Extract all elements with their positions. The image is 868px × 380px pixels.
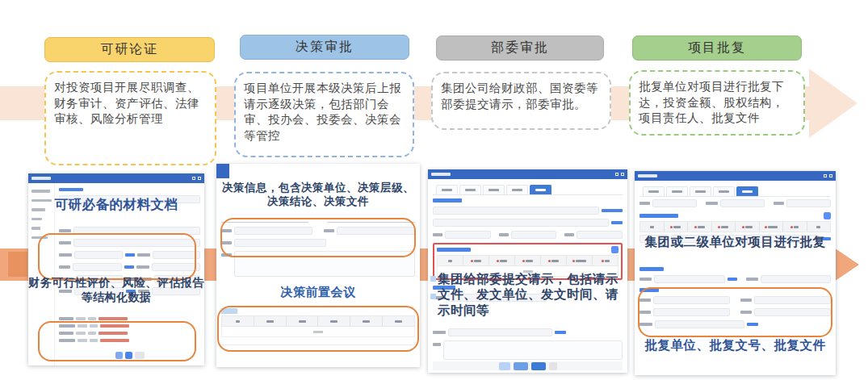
- value-text: [78, 324, 87, 328]
- add-button[interactable]: [221, 308, 237, 314]
- input-field[interactable]: [234, 239, 326, 247]
- input-field[interactable]: [73, 263, 122, 271]
- field-label: [639, 202, 650, 205]
- page-button[interactable]: [115, 352, 123, 359]
- textarea-field[interactable]: [234, 251, 415, 277]
- field-label: [137, 253, 150, 257]
- input-field[interactable]: [654, 275, 725, 283]
- field-label: [59, 332, 73, 335]
- value-text: [88, 317, 96, 320]
- checkbox-icon[interactable]: [430, 276, 436, 282]
- input-field[interactable]: [337, 227, 415, 235]
- input-field[interactable]: [577, 231, 623, 239]
- action-button[interactable]: [499, 362, 510, 370]
- spacer: [740, 278, 744, 279]
- window-titlebar: [28, 173, 204, 183]
- form-row: [221, 239, 326, 247]
- screenshot-approval-window: 集团或二级单位对项目进行批复 批复单位、批复文号、批复文件: [635, 171, 836, 375]
- tab-active[interactable]: [736, 186, 758, 196]
- column-header: [287, 316, 319, 326]
- input-field[interactable]: [754, 308, 831, 316]
- maximize-icon[interactable]: [615, 173, 619, 176]
- action-button[interactable]: [549, 362, 557, 370]
- field-label: [706, 202, 718, 205]
- input-field[interactable]: [448, 328, 552, 336]
- underline-input[interactable]: [221, 216, 308, 223]
- column-header: [489, 256, 515, 265]
- tab[interactable]: [666, 186, 688, 196]
- link-text[interactable]: [728, 278, 737, 281]
- input-field[interactable]: [433, 207, 599, 215]
- input-field[interactable]: [761, 275, 832, 283]
- input-field[interactable]: [445, 231, 491, 239]
- red-link-text[interactable]: [100, 324, 129, 328]
- form-row: [433, 231, 623, 239]
- red-link-text[interactable]: [99, 317, 128, 320]
- input-field[interactable]: [152, 263, 201, 271]
- tab[interactable]: [690, 186, 711, 196]
- maximize-icon[interactable]: [192, 177, 195, 180]
- page-size-select[interactable]: [135, 352, 145, 359]
- column-header: [541, 256, 567, 265]
- form-row: [59, 339, 200, 342]
- checkbox-icon[interactable]: [430, 294, 436, 299]
- input-field[interactable]: [720, 199, 765, 207]
- input-field[interactable]: [511, 231, 557, 239]
- link-text[interactable]: [555, 331, 566, 334]
- input-field[interactable]: [73, 239, 200, 247]
- add-icon[interactable]: [824, 212, 831, 219]
- section-title-text: [437, 248, 471, 252]
- sidebar-item[interactable]: [31, 190, 50, 193]
- stage-desc-feasibility: 对投资项目开展尽职调查、财务审计、资产评估、法律审核、风险分析管理: [44, 71, 216, 165]
- sidebar-item[interactable]: [31, 227, 40, 230]
- link-text[interactable]: [747, 323, 758, 326]
- field-label: [433, 331, 446, 334]
- field-label: [221, 241, 232, 244]
- input-field[interactable]: [653, 308, 730, 316]
- input-field[interactable]: [754, 296, 831, 304]
- input-field[interactable]: [433, 219, 609, 227]
- add-icon[interactable]: [611, 246, 619, 253]
- field-label: [59, 229, 71, 232]
- sidebar-item[interactable]: [31, 236, 48, 240]
- form-row: [433, 207, 623, 215]
- form-row: [221, 227, 415, 235]
- close-icon[interactable]: [829, 174, 832, 177]
- input-field[interactable]: [652, 199, 697, 207]
- tab[interactable]: [506, 185, 528, 194]
- link-text[interactable]: [602, 209, 623, 212]
- tab[interactable]: [483, 185, 505, 194]
- close-icon[interactable]: [198, 177, 201, 180]
- input-field[interactable]: [655, 320, 744, 328]
- link-text[interactable]: [125, 253, 135, 257]
- sidebar-item[interactable]: [31, 218, 42, 221]
- field-label: [746, 278, 758, 281]
- input-field[interactable]: [74, 251, 123, 259]
- input-field[interactable]: [153, 251, 201, 259]
- page-button[interactable]: [125, 352, 132, 359]
- action-button[interactable]: [514, 362, 528, 370]
- red-link-text[interactable]: [100, 339, 129, 342]
- link-text[interactable]: [124, 265, 134, 269]
- input-field[interactable]: [234, 227, 312, 235]
- underline-input[interactable]: [328, 216, 415, 223]
- tab[interactable]: [713, 186, 735, 196]
- tab-active[interactable]: [530, 185, 551, 194]
- field-label: [136, 265, 149, 269]
- input-field[interactable]: [786, 199, 831, 207]
- tab[interactable]: [643, 186, 665, 196]
- link-text[interactable]: [59, 188, 83, 191]
- textarea-field[interactable]: [443, 340, 623, 360]
- red-link-text[interactable]: [99, 332, 128, 335]
- tab[interactable]: [459, 185, 481, 194]
- window-controls[interactable]: [192, 177, 201, 180]
- input-field[interactable]: [653, 296, 730, 304]
- action-button[interactable]: [531, 362, 546, 370]
- window-controls[interactable]: [824, 174, 832, 177]
- maximize-icon[interactable]: [824, 174, 827, 177]
- link-text[interactable]: [611, 221, 623, 224]
- window-controls[interactable]: [615, 173, 624, 176]
- tab[interactable]: [436, 185, 458, 194]
- close-icon[interactable]: [621, 173, 624, 176]
- input-field[interactable]: [73, 227, 200, 235]
